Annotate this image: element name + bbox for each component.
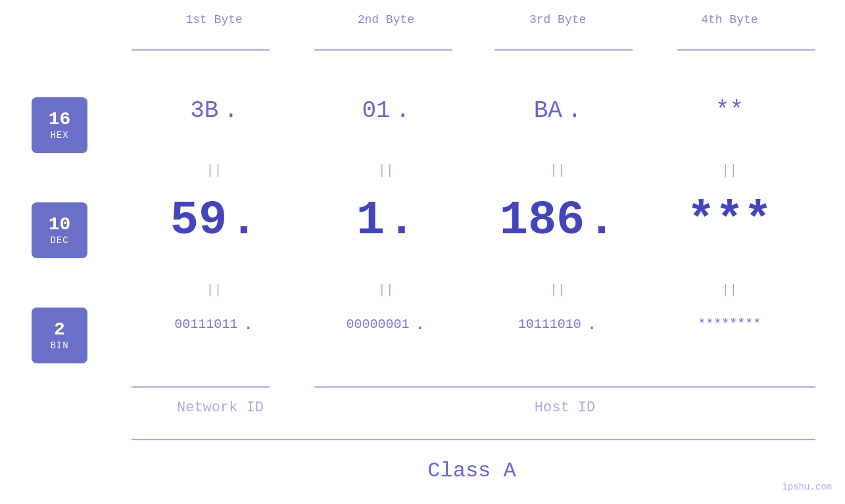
hex-group-2: 01 .: [300, 97, 471, 124]
dec-badge: 10 DEC: [32, 202, 87, 258]
bin-group-1: 00111011 .: [128, 314, 300, 334]
dec-dot-3: .: [587, 194, 616, 248]
main-container: 16 HEX 10 DEC 2 BIN 1st Byte 2nd Byte 3r…: [0, 0, 845, 504]
equals-dec-bin: || || || ||: [128, 283, 815, 298]
dec-badge-label: DEC: [50, 235, 68, 246]
col-header-1: 1st Byte: [128, 13, 300, 26]
bin-row: 00111011 . 00000001 . 10111010 . *******…: [128, 314, 815, 334]
equals-hex-dec: || || || ||: [128, 163, 815, 178]
hex-badge-number: 16: [49, 110, 71, 130]
dec-dot-1: .: [229, 194, 258, 248]
bracket-top-1: [132, 49, 270, 51]
eq6: ||: [300, 283, 471, 298]
hex-dot-2: .: [396, 97, 410, 124]
dec-group-3: 186 .: [472, 194, 644, 248]
bin-val-3: 10111010: [518, 317, 581, 332]
eq3: ||: [472, 163, 644, 178]
bin-badge-number: 2: [54, 320, 65, 340]
col-header-2: 2nd Byte: [300, 13, 471, 26]
hex-dot-3: .: [567, 97, 582, 124]
dec-row: 59 . 1 . 186 . ***: [128, 194, 815, 248]
hex-group-4: **: [644, 97, 815, 124]
dec-badge-number: 10: [49, 215, 71, 235]
bin-dot-3: .: [587, 314, 598, 334]
dec-val-4: ***: [687, 194, 773, 248]
dec-val-2: 1: [356, 194, 385, 248]
bracket-network: [132, 386, 270, 388]
bin-group-3: 10111010 .: [472, 314, 644, 334]
dec-group-2: 1 .: [300, 194, 471, 248]
watermark: ipshu.com: [782, 482, 832, 492]
host-id-label: Host ID: [314, 400, 815, 416]
eq5: ||: [128, 283, 300, 298]
dec-group-4: ***: [644, 194, 815, 248]
dec-dot-2: .: [387, 194, 416, 248]
hex-dot-1: .: [224, 97, 238, 124]
dec-val-3: 186: [500, 194, 585, 248]
bin-badge-label: BIN: [50, 340, 68, 351]
class-bracket: [132, 439, 815, 440]
eq2: ||: [300, 163, 471, 178]
hex-val-4: **: [715, 97, 744, 124]
bin-group-4: ********: [644, 317, 815, 332]
col-header-4: 4th Byte: [644, 13, 815, 26]
bin-dot-2: .: [414, 314, 425, 334]
bin-val-2: 00000001: [346, 317, 409, 332]
bin-val-1: 00111011: [174, 317, 237, 332]
hex-val-3: BA: [534, 97, 562, 124]
bin-group-2: 00000001 .: [300, 314, 471, 334]
network-id-label: Network ID: [132, 400, 309, 416]
eq4: ||: [644, 163, 815, 178]
bin-val-4: ********: [698, 317, 761, 332]
bin-dot-1: .: [243, 314, 254, 334]
hex-group-1: 3B .: [128, 97, 300, 124]
eq7: ||: [472, 283, 644, 298]
hex-badge: 16 HEX: [32, 97, 87, 153]
eq1: ||: [128, 163, 300, 178]
bracket-top-3: [495, 49, 633, 51]
bracket-top-4: [677, 49, 815, 51]
hex-val-1: 3B: [190, 97, 218, 124]
hex-group-3: BA .: [472, 97, 644, 124]
bracket-host: [314, 386, 815, 388]
bracket-top-2: [314, 49, 452, 51]
hex-badge-label: HEX: [50, 130, 68, 141]
hex-val-2: 01: [362, 97, 390, 124]
col-header-3: 3rd Byte: [472, 13, 644, 26]
column-headers: 1st Byte 2nd Byte 3rd Byte 4th Byte: [128, 13, 815, 26]
dec-group-1: 59 .: [128, 194, 300, 248]
dec-val-1: 59: [170, 194, 227, 248]
class-label: Class A: [128, 459, 815, 483]
eq8: ||: [644, 283, 815, 298]
bin-badge: 2 BIN: [32, 308, 87, 363]
hex-row: 3B . 01 . BA . **: [128, 97, 815, 124]
